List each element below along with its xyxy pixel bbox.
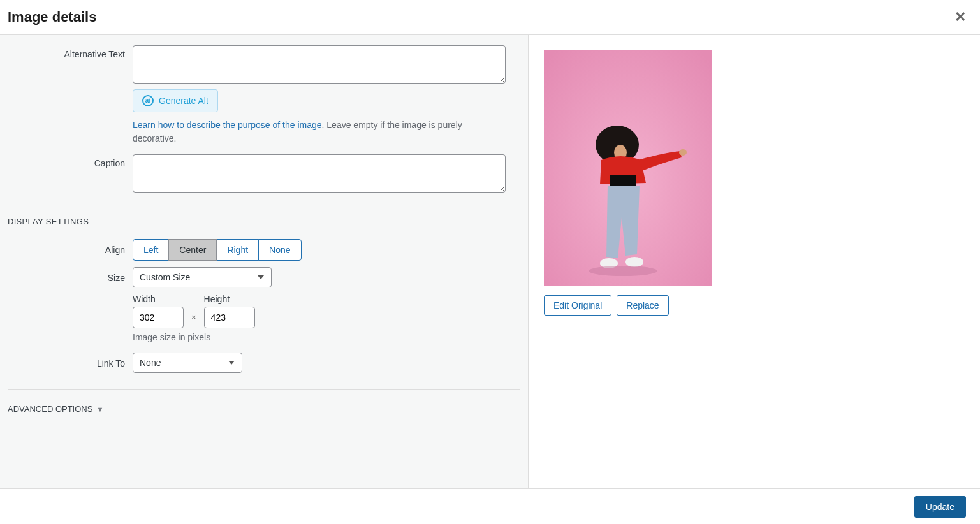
linkto-label: Link To [8,353,133,368]
size-select[interactable]: Custom Size [133,267,272,287]
dimension-separator: × [191,312,196,328]
preview-panel: Edit Original Replace [529,35,980,489]
display-settings-title: DISPLAY SETTINGS [8,217,520,226]
svg-point-4 [679,149,687,156]
height-input[interactable] [204,307,255,328]
alt-text-input[interactable] [133,45,506,84]
align-button-group: Left Center Right None [133,239,302,261]
alt-help-link[interactable]: Learn how to describe the purpose of the… [133,120,322,130]
align-none-button[interactable]: None [258,239,301,261]
svg-point-7 [625,257,643,267]
height-label: Height [204,294,255,304]
generate-alt-label: Generate Alt [159,96,208,106]
edit-original-button[interactable]: Edit Original [544,295,611,316]
linkto-select[interactable]: None [133,353,242,373]
width-input[interactable] [133,307,184,328]
svg-rect-5 [610,175,636,187]
alt-text-label: Alternative Text [8,45,133,59]
svg-point-8 [589,266,657,276]
chevron-down-icon: ▼ [96,405,103,413]
advanced-options-label: ADVANCED OPTIONS [8,404,92,414]
align-left-button[interactable]: Left [133,239,169,261]
close-icon[interactable]: ✕ [951,8,970,27]
width-label: Width [133,294,184,304]
advanced-options-toggle[interactable]: ADVANCED OPTIONS ▼ [8,402,520,416]
generate-alt-button[interactable]: ai Generate Alt [133,89,218,112]
align-label: Align [8,239,133,255]
update-button[interactable]: Update [914,496,966,518]
size-hint: Image size in pixels [133,332,506,342]
dialog-footer: Update [0,488,980,524]
settings-panel: Alternative Text ai Generate Alt Learn h… [0,35,529,489]
size-label: Size [8,267,133,283]
ai-icon: ai [142,95,154,106]
caption-label: Caption [8,154,133,168]
replace-button[interactable]: Replace [617,295,668,316]
align-right-button[interactable]: Right [216,239,259,261]
image-preview [544,50,712,286]
dialog-title: Image details [8,9,96,25]
caption-input[interactable] [133,154,506,193]
align-center-button[interactable]: Center [168,239,217,261]
